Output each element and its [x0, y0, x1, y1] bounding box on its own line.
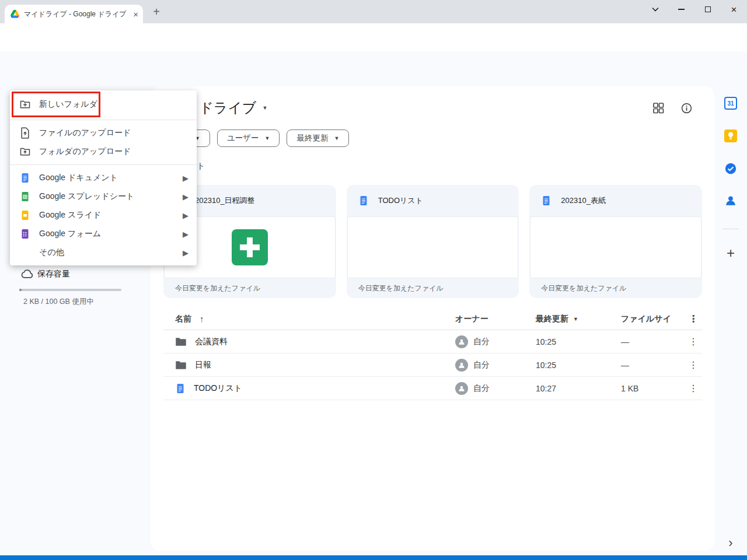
- menu-item-more[interactable]: その他 ▶: [10, 243, 197, 262]
- docs-icon: [175, 383, 186, 394]
- owner-label: 自分: [473, 383, 490, 394]
- modified-time: 10:25: [536, 360, 621, 370]
- browser-tab[interactable]: マイドライブ - Google ドライブ ×: [5, 5, 143, 23]
- docs-icon: [19, 172, 31, 184]
- modified-time: 10:27: [536, 384, 621, 393]
- tab-close-icon[interactable]: ×: [133, 10, 138, 19]
- get-addons-plus-icon[interactable]: +: [724, 246, 738, 260]
- file-card[interactable]: 202310_表紙 今日変更を加えたファイル: [529, 185, 702, 298]
- owner-avatar-icon: [455, 359, 468, 372]
- sheets-thumbnail-icon: [232, 229, 268, 265]
- table-row[interactable]: TODOリスト 自分 10:27 1 KB ⋮: [163, 377, 702, 400]
- submenu-arrow-icon: ▶: [183, 230, 189, 239]
- header-name[interactable]: 名前 ↑: [163, 314, 455, 324]
- menu-item-label: フォルダのアップロード: [39, 146, 189, 157]
- card-reason: 今日変更を加えたファイル: [163, 278, 336, 298]
- taskbar-edge: [0, 555, 747, 560]
- menu-divider: [10, 120, 197, 120]
- file-size: —: [621, 360, 682, 370]
- tab-title: マイドライブ - Google ドライブ: [24, 9, 128, 19]
- file-upload-icon: [19, 127, 31, 139]
- caret-down-icon: ▼: [262, 105, 267, 111]
- menu-item-spacer: [19, 247, 31, 258]
- file-size: 1 KB: [621, 384, 682, 393]
- keep-icon[interactable]: [724, 129, 738, 143]
- card-reason: 今日変更を加えたファイル: [529, 278, 702, 298]
- menu-item-label: Google フォーム: [39, 229, 174, 239]
- header-modified[interactable]: 最終更新 ▼: [536, 314, 621, 324]
- caret-down-icon: ▼: [265, 135, 270, 141]
- storage-usage: 2 KB / 100 GB 使用中: [23, 297, 94, 307]
- chip-people[interactable]: ユーザー ▼: [217, 130, 280, 147]
- card-preview: [530, 216, 701, 278]
- card-reason: 今日変更を加えたファイル: [347, 278, 519, 298]
- header-name-label: 名前: [175, 314, 191, 324]
- menu-item-google-sheets[interactable]: Google スプレッドシート ▶: [10, 187, 197, 206]
- table-row[interactable]: 会議資料 自分 10:25 — ⋮: [163, 330, 702, 354]
- owner-avatar-icon: [455, 335, 468, 348]
- file-name: 会議資料: [195, 337, 228, 347]
- cloud-icon: [21, 268, 34, 279]
- slides-icon: [19, 209, 31, 221]
- table-options-kebab-icon[interactable]: ⋮: [682, 313, 698, 324]
- chip-people-label: ユーザー: [227, 133, 259, 144]
- header-owner[interactable]: オーナー: [455, 314, 536, 324]
- menu-item-google-docs[interactable]: Google ドキュメント ▶: [10, 169, 197, 187]
- card-title: 202310_表紙: [561, 195, 606, 206]
- calendar-icon[interactable]: 31: [724, 96, 738, 110]
- forms-icon: [19, 228, 31, 240]
- minimize-icon[interactable]: [668, 0, 694, 19]
- menu-item-google-forms[interactable]: Google フォーム ▶: [10, 225, 197, 243]
- submenu-arrow-icon: ▶: [183, 249, 189, 257]
- tab-strip: マイドライブ - Google ドライブ × + ×: [0, 0, 747, 23]
- menu-item-google-slides[interactable]: Google スライド ▶: [10, 206, 197, 225]
- storage-progressbar: [19, 289, 121, 291]
- layout-toggle-icon[interactable]: [651, 100, 666, 116]
- collapse-chevron-icon[interactable]: ›: [724, 536, 738, 550]
- header-size[interactable]: ファイルサイズ: [621, 314, 670, 324]
- submenu-arrow-icon: ▶: [183, 211, 189, 220]
- caret-down-icon: ▼: [573, 316, 578, 322]
- menu-divider: [10, 164, 197, 165]
- submenu-arrow-icon: ▶: [183, 192, 189, 201]
- new-tab-button[interactable]: +: [148, 4, 165, 20]
- menu-item-file-upload[interactable]: ファイルのアップロード: [10, 124, 197, 142]
- row-actions-kebab-icon[interactable]: ⋮: [682, 336, 698, 347]
- tasks-icon[interactable]: [724, 162, 738, 176]
- storage-label[interactable]: 保存容量: [37, 267, 70, 280]
- suggested-cards: 202310_日程調整 今日変更を加えたファイル TODOリスト 今日変更を加え…: [163, 185, 702, 298]
- tab-search-chevron-icon[interactable]: [642, 0, 668, 19]
- row-actions-kebab-icon[interactable]: ⋮: [682, 359, 698, 370]
- folder-icon: [175, 337, 187, 346]
- drive-favicon: [11, 10, 19, 18]
- file-size: —: [621, 337, 682, 346]
- chip-modified[interactable]: 最終更新 ▼: [287, 130, 349, 147]
- chip-modified-label: 最終更新: [296, 133, 328, 144]
- file-name: 日報: [195, 360, 211, 370]
- modified-time: 10:25: [536, 337, 621, 346]
- sheets-icon: [19, 191, 31, 202]
- table-row[interactable]: 日報 自分 10:25 — ⋮: [163, 354, 702, 377]
- menu-item-folder-upload[interactable]: フォルダのアップロード: [10, 142, 197, 161]
- header-modified-label: 最終更新: [536, 314, 568, 324]
- row-actions-kebab-icon[interactable]: ⋮: [682, 383, 698, 394]
- menu-item-label: Google スプレッドシート: [39, 191, 174, 202]
- card-title: TODOリスト: [378, 195, 423, 206]
- folder-upload-icon: [19, 146, 31, 158]
- owner-label: 自分: [473, 360, 490, 370]
- owner-avatar-icon: [455, 382, 468, 395]
- folder-icon: [175, 360, 187, 370]
- annotation-highlight: [12, 92, 100, 117]
- info-icon[interactable]: [679, 100, 694, 116]
- close-icon[interactable]: ×: [721, 0, 747, 19]
- contacts-icon[interactable]: [724, 194, 738, 208]
- owner-label: 自分: [473, 337, 490, 347]
- file-name: TODOリスト: [194, 383, 242, 394]
- menu-item-label: Google スライド: [39, 210, 174, 220]
- file-card[interactable]: TODOリスト 今日変更を加えたファイル: [347, 185, 519, 298]
- maximize-icon[interactable]: [694, 0, 721, 19]
- file-table: 名前 ↑ オーナー 最終更新 ▼ ファイルサイズ ⋮ 会議資料 自分 10:25…: [163, 308, 702, 400]
- drive-header: ドライブ ? ⚙ ECCS Cloud Mail U: [0, 51, 747, 86]
- docs-icon: [541, 195, 551, 206]
- submenu-arrow-icon: ▶: [183, 174, 189, 183]
